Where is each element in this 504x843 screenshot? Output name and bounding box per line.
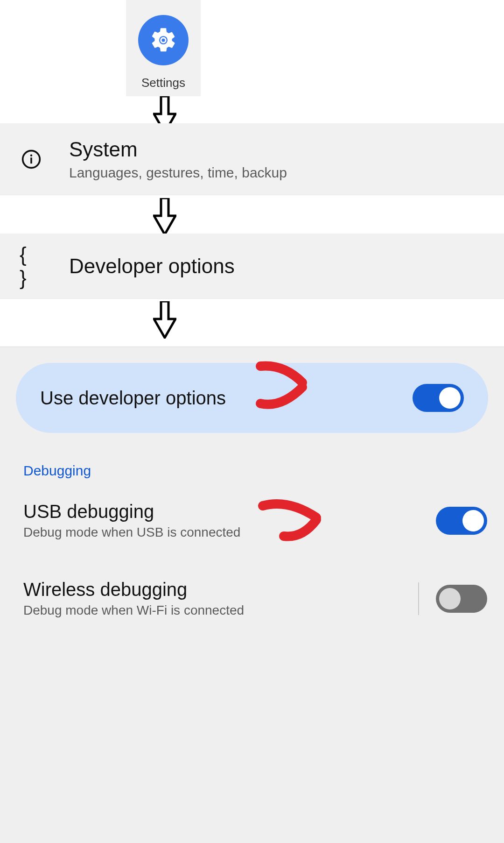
info-icon bbox=[20, 149, 43, 170]
wireless-debugging-title: Wireless debugging bbox=[23, 579, 418, 600]
svg-point-3 bbox=[30, 154, 32, 156]
developer-options-title: Developer options bbox=[69, 255, 235, 278]
system-row-title: System bbox=[69, 138, 287, 161]
svg-point-0 bbox=[161, 38, 166, 43]
use-developer-options-card[interactable]: Use developer options bbox=[16, 363, 488, 433]
svg-rect-2 bbox=[30, 157, 32, 163]
system-row-subtitle: Languages, gestures, time, backup bbox=[69, 165, 287, 181]
annotation-arrow-icon bbox=[256, 494, 330, 543]
use-developer-options-switch[interactable] bbox=[413, 384, 464, 412]
code-braces-icon: { } bbox=[20, 243, 43, 290]
app-icon-label: Settings bbox=[141, 76, 185, 90]
usb-debugging-switch[interactable] bbox=[436, 507, 487, 535]
arrow-down-icon bbox=[153, 198, 176, 235]
debugging-section-header: Debugging bbox=[23, 463, 504, 479]
settings-app-shortcut[interactable]: Settings bbox=[126, 0, 201, 96]
developer-options-row[interactable]: { } Developer options bbox=[0, 234, 504, 299]
divider bbox=[418, 582, 419, 615]
annotation-arrow-icon bbox=[256, 361, 326, 415]
system-settings-row[interactable]: System Languages, gestures, time, backup bbox=[0, 123, 504, 195]
wireless-debugging-row[interactable]: Wireless debugging Debug mode when Wi-Fi… bbox=[23, 579, 487, 618]
use-developer-options-label: Use developer options bbox=[40, 388, 226, 409]
gear-icon bbox=[138, 15, 189, 65]
developer-options-panel: Use developer options Debugging USB debu… bbox=[0, 347, 504, 843]
wireless-debugging-subtitle: Debug mode when Wi-Fi is connected bbox=[23, 603, 418, 618]
wireless-debugging-switch[interactable] bbox=[436, 585, 487, 613]
usb-debugging-row[interactable]: USB debugging Debug mode when USB is con… bbox=[23, 501, 487, 540]
usb-debugging-subtitle: Debug mode when USB is connected bbox=[23, 525, 436, 540]
usb-debugging-title: USB debugging bbox=[23, 501, 436, 522]
arrow-down-icon bbox=[153, 301, 176, 339]
